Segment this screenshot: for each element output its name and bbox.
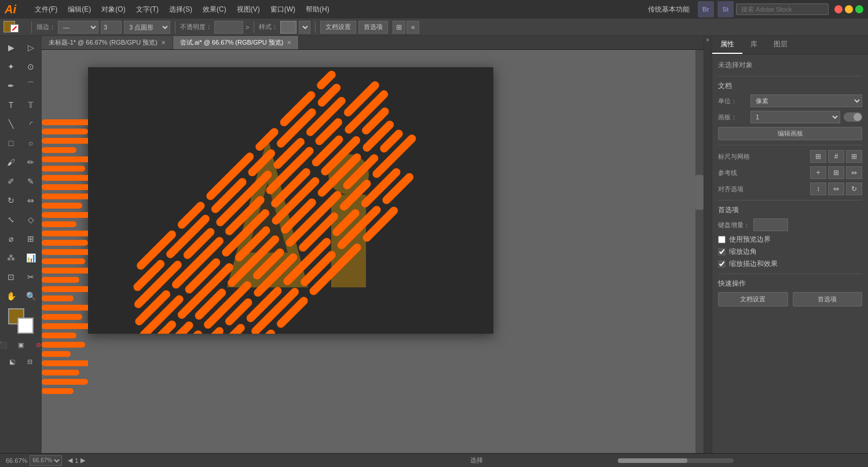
panel-tab-properties[interactable]: 属性	[712, 36, 742, 54]
menu-type[interactable]: 文字(T)	[131, 2, 163, 17]
arc-tool[interactable]: ◜	[21, 115, 40, 133]
view-mode-btn[interactable]: ⊟	[21, 355, 38, 369]
panel-tab-layers[interactable]: 图层	[766, 36, 796, 54]
selection-tool[interactable]: ▶	[2, 38, 20, 57]
doc-settings-button[interactable]: 文档设置	[320, 21, 356, 34]
rect-tool[interactable]: □	[2, 134, 20, 152]
magic-wand-tool[interactable]: ✦	[2, 57, 20, 76]
stroke-color-swatch[interactable]	[10, 24, 19, 32]
opacity-arrow[interactable]: >	[246, 24, 249, 31]
zoom-tool[interactable]: 🔍	[21, 287, 40, 305]
tab-close-2[interactable]: ✕	[287, 39, 291, 46]
shear-tool[interactable]: ◇	[21, 210, 40, 229]
menu-effect[interactable]: 效果(C)	[198, 2, 231, 17]
blob-brush-tool[interactable]: ✏	[21, 153, 40, 172]
menu-view[interactable]: 视图(V)	[232, 2, 265, 17]
brush-type-select[interactable]: 3 点圆形	[124, 21, 170, 34]
menu-edit[interactable]: 编辑(E)	[63, 2, 96, 17]
free-transform-tool[interactable]: ⊞	[21, 229, 40, 248]
rotate-tool[interactable]: ↻	[2, 191, 20, 210]
guide-btn-1[interactable]: +	[810, 166, 826, 179]
snap-btn-1[interactable]: ↕	[810, 183, 826, 195]
scale-strokes-checkbox[interactable]	[718, 260, 726, 268]
opacity-label: 不透明度：	[180, 23, 212, 31]
arrange-btn[interactable]: ⊞	[393, 21, 405, 34]
menu-file[interactable]: 文件(F)	[30, 2, 62, 17]
artboard-toggle-switch[interactable]	[844, 112, 862, 122]
perspective-btn[interactable]: ⊞	[846, 150, 862, 163]
tool-row-5: ╲ ◜	[2, 115, 40, 133]
quick-preferences-button[interactable]: 首选项	[793, 292, 863, 307]
color-swatches[interactable]	[8, 308, 34, 334]
change-screen-mode-btn[interactable]: ⬕	[4, 355, 20, 369]
stroke-select[interactable]: —	[58, 21, 98, 34]
menu-window[interactable]: 窗口(W)	[266, 2, 300, 17]
grid-btn[interactable]: #	[828, 150, 844, 163]
style-swatch[interactable]	[280, 21, 296, 34]
win-maximize-btn[interactable]	[855, 5, 863, 13]
pen-tool[interactable]: ✒	[2, 76, 20, 95]
symbol-sprayer-tool[interactable]: ⁂	[2, 249, 20, 267]
panel-collapse-btn[interactable]: »	[705, 38, 711, 42]
scale-tool[interactable]: ⤡	[2, 210, 20, 229]
guide-btn-2[interactable]: ⊞	[828, 166, 844, 179]
artboard-tool[interactable]: ⊡	[2, 268, 20, 286]
stock-icon[interactable]: St	[717, 1, 734, 17]
use-preview-bounds-checkbox[interactable]	[718, 236, 726, 243]
fill-stroke-area[interactable]	[3, 20, 27, 35]
stroke-width-input[interactable]	[101, 21, 122, 34]
type-tool[interactable]: T	[2, 96, 20, 114]
paintbrush-tool[interactable]: 🖌	[2, 153, 20, 172]
reflect-tool[interactable]: ⇔	[21, 191, 40, 210]
keyboard-increment-input[interactable]: 1 px	[753, 218, 788, 231]
style-select[interactable]	[299, 21, 310, 34]
menu-help[interactable]: 帮助(H)	[301, 2, 334, 17]
opacity-input[interactable]: 100%	[214, 21, 243, 34]
quick-doc-settings-button[interactable]: 文档设置	[718, 292, 788, 307]
background-color[interactable]	[17, 318, 34, 334]
win-minimize-btn[interactable]	[845, 5, 853, 13]
scale-corners-checkbox[interactable]	[718, 248, 726, 256]
doc-tab-2[interactable]: 尝试.ai* @ 66.67% (RGB/GPU 预览) ✕	[173, 36, 299, 49]
warp-tool[interactable]: ⌀	[2, 229, 20, 248]
progress-bar	[618, 458, 734, 463]
slice-tool[interactable]: ✂	[21, 268, 40, 286]
hand-tool[interactable]: ✋	[2, 287, 20, 305]
edit-artboard-button[interactable]: 编辑画板	[718, 127, 862, 140]
ruler-btn[interactable]: ⊞	[810, 150, 826, 163]
search-input[interactable]	[736, 3, 829, 15]
curvature-tool[interactable]: ⌒	[21, 76, 40, 95]
artboard-select[interactable]: 1	[750, 111, 840, 123]
tool-row-1: ▶ ▷	[2, 38, 40, 57]
snap-btn-3[interactable]: ↻	[846, 183, 862, 195]
prev-page-btn[interactable]: ◀	[68, 457, 72, 464]
collapse-btn[interactable]: «	[406, 21, 419, 34]
column-graph-tool[interactable]: 📊	[21, 249, 40, 267]
zoom-select[interactable]: 66.67%	[30, 455, 62, 466]
type-path-tool[interactable]: 𝕋	[21, 96, 40, 114]
preferences-button[interactable]: 首选项	[358, 21, 388, 34]
color-mode-btn[interactable]: ⬛	[0, 338, 12, 352]
canvas-wrapper[interactable]	[42, 50, 704, 453]
line-tool[interactable]: ╲	[2, 115, 20, 133]
menu-select[interactable]: 选择(S)	[164, 2, 197, 17]
win-close-btn[interactable]	[834, 5, 843, 13]
lasso-tool[interactable]: ⊙	[21, 57, 40, 76]
bridge-icon[interactable]: Br	[698, 1, 714, 17]
shaper-tool[interactable]: ✐	[2, 172, 20, 191]
snap-btn-2[interactable]: ⇔	[828, 183, 844, 195]
panel-tab-library[interactable]: 库	[742, 36, 766, 54]
vertical-scrollbar[interactable]	[695, 50, 704, 453]
next-page-btn[interactable]: ▶	[80, 457, 85, 464]
rulers-grid-row: 标尺与网格 ⊞ # ⊞	[718, 150, 862, 163]
gradient-btn[interactable]: ▣	[13, 338, 29, 352]
guide-btn-3[interactable]: ⇔	[846, 166, 862, 179]
tab-close-1[interactable]: ✕	[161, 39, 166, 46]
ellipse-tool[interactable]: ○	[21, 134, 40, 152]
direct-selection-tool[interactable]: ▷	[21, 38, 40, 57]
menu-object[interactable]: 对象(O)	[97, 2, 130, 17]
unit-select[interactable]: 像素	[750, 94, 862, 107]
pencil-tool[interactable]: ✎	[21, 172, 40, 191]
scale-corners-row: 缩放边角	[718, 247, 862, 257]
doc-tab-1[interactable]: 未标题-1* @ 66.67% (RGB/GPU 预览) ✕	[42, 36, 173, 49]
